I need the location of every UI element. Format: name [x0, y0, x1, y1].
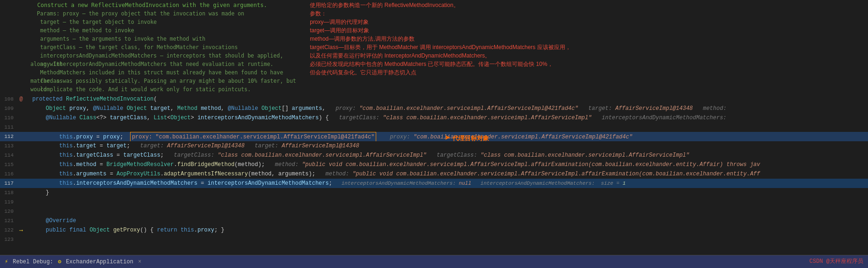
code-line-111: 111: [0, 123, 868, 132]
arrow-label: 代理目标对象: [452, 134, 489, 143]
arrow-container: ➤ 代理目标对象: [445, 132, 489, 145]
cn-line-3: target—调用的目标对象: [310, 26, 571, 35]
doc-param-7: MethodMatchers included in this struct m…: [30, 68, 302, 77]
doc-line-numbers: [0, 1, 30, 94]
code-line-109: 109 Object proxy, @Nullable Object targe…: [0, 104, 868, 113]
code-line-110: 110 @Nullable Class<?> targetClass, List…: [0, 113, 868, 123]
doc-title: Construct a new ReflectiveMethodInvocati…: [30, 1, 302, 9]
close-tab-button[interactable]: ×: [138, 259, 141, 265]
code-line-122: 122 ⟶ public final Object getProxy() { r…: [0, 225, 868, 235]
csdn-badge: CSDN @天秤座程序员: [810, 257, 863, 265]
editor-area: Construct a new ReflectiveMethodInvocati…: [0, 0, 868, 255]
code-line-115: 115 this.method = BridgeMethodResolver.f…: [0, 160, 868, 169]
code-line-113: 113 this.target = target; target: Affair…: [0, 141, 868, 151]
cn-line-8: 但会使代码复杂化。它只适用于静态切入点: [310, 68, 571, 77]
doc-comment-area: Construct a new ReflectiveMethodInvocati…: [0, 0, 868, 94]
keyword-protected: protected: [32, 96, 66, 102]
code-line-118: 118 }: [0, 188, 868, 197]
doc-english: Construct a new ReflectiveMethodInvocati…: [30, 1, 302, 94]
code-line-121: 121 @Override: [0, 216, 868, 225]
doc-content-area: Construct a new ReflectiveMethodInvocati…: [30, 1, 868, 94]
code-line-108: 108 @ protected ReflectiveMethodInvocati…: [0, 94, 868, 104]
cn-line-9: [310, 77, 571, 85]
cn-line-2: proxy—调用的代理对象: [310, 18, 571, 26]
arrow-right-icon: ➤: [445, 132, 451, 145]
code-line-116: 116 this.arguments = AopProxyUtils.adapt…: [0, 169, 868, 179]
doc-param-1: target – the target object to invoke: [30, 18, 302, 26]
debug-step-icon: ⟶: [20, 227, 23, 233]
doc-param-4: targetClass – the target class, for Meth…: [30, 43, 302, 51]
cn-line-5: targetClass—目标类，用于 MethodMatcher 调用 inte…: [310, 43, 571, 51]
cn-line-4: method—调用参数的方法,调用方法的参数: [310, 35, 571, 43]
app-settings-icon: ⚙: [58, 258, 61, 265]
code-section: 108 @ protected ReflectiveMethodInvocati…: [0, 94, 868, 255]
status-bar: ⚡ Rebel Debug: ⚙ ExchanderApplication × …: [0, 255, 868, 268]
doc-param-6: any InterceptorAndDynamicMethodMatchers …: [30, 60, 302, 68]
type-reflective: ReflectiveMethodInvocation: [66, 96, 153, 102]
doc-param-3: arguments – the arguments to invoke the …: [30, 35, 302, 43]
doc-param-9: complicate the code. And it would work o…: [30, 85, 302, 94]
code-line-119: 119: [0, 197, 868, 207]
code-line-120: 120: [0, 207, 868, 216]
doc-param-5: interceptorsAndDynamicMethodMatchers – i…: [30, 51, 302, 60]
orange-box-proxy: proxy: "com.boailian.excelhander.service…: [130, 132, 376, 141]
rebel-debug-label: Rebel Debug:: [13, 259, 53, 265]
main-container: Reader Mode ✓: [0, 0, 868, 268]
cn-line-1: 参数：: [310, 9, 571, 18]
doc-param-8: far as was possibly statically. Passing …: [30, 77, 302, 85]
code-line-112: 112 this.proxy = proxy; proxy: "com.boai…: [0, 132, 868, 141]
app-name-label[interactable]: ExchanderApplication: [66, 259, 133, 265]
doc-param-2: method – the method to invoke: [30, 26, 302, 35]
paren-open: (: [153, 96, 157, 102]
doc-param-0: Params: proxy – the proxy object that th…: [30, 9, 302, 18]
cn-line-0: 使用给定的参数构造一个新的 ReflectiveMethodInvocation…: [310, 1, 571, 9]
breakpoint-icon-108: @: [19, 96, 22, 102]
code-line-123: 123: [0, 235, 868, 244]
cn-line-6: 以及任何需要在运行时评估的 InterceptorAndDynamicMetho…: [310, 51, 571, 60]
cn-line-10: [310, 85, 571, 94]
code-line-117: 117 this.interceptorsAndDynamicMethodMat…: [0, 179, 868, 188]
code-line-114: 114 this.targetClass = targetClass; targ…: [0, 151, 868, 160]
cn-line-7: 必须已经发现此结构中包含的 MethodMatchers 已尽可能静态匹配。传递…: [310, 60, 571, 68]
chinese-tooltip: 使用给定的参数构造一个新的 ReflectiveMethodInvocation…: [310, 1, 571, 94]
rebel-debug-icon: ⚡: [5, 258, 8, 265]
